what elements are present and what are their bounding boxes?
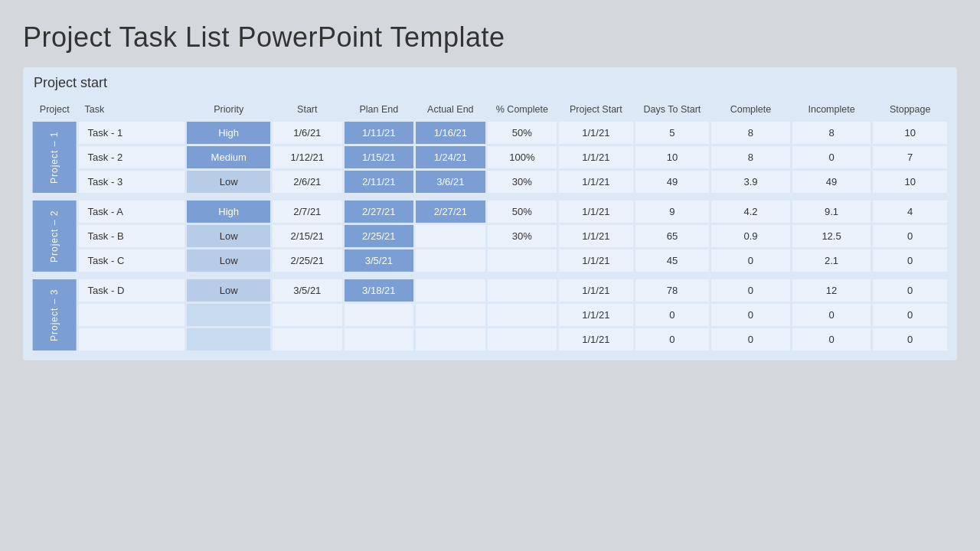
start-cell <box>273 328 342 350</box>
actual-end-cell <box>416 249 485 272</box>
stoppage-cell: 0 <box>873 249 947 272</box>
days-to-start-cell: 0 <box>635 304 710 326</box>
start-cell <box>273 304 342 326</box>
header-incomplete: Incomplete <box>792 99 871 119</box>
header-days-to-start: Days To Start <box>635 99 710 119</box>
complete-cell: 0 <box>711 304 790 326</box>
section-title: Project start <box>31 75 949 91</box>
incomplete-cell: 0 <box>792 328 871 350</box>
priority-cell: High <box>187 201 270 223</box>
header-project: Project <box>33 99 77 119</box>
project-start-cell: 1/1/21 <box>559 249 633 272</box>
plan-end-cell <box>345 328 414 350</box>
days-to-start-cell: 65 <box>635 225 710 247</box>
project-start-cell: 1/1/21 <box>559 122 633 144</box>
stoppage-cell: 7 <box>873 146 947 168</box>
days-to-start-cell: 9 <box>635 201 710 223</box>
header-project-start: Project Start <box>559 99 633 119</box>
project-name-cell: Project – 2 <box>33 201 77 272</box>
days-to-start-cell: 10 <box>635 146 710 168</box>
days-to-start-cell: 0 <box>635 328 710 350</box>
task-cell: Task - 1 <box>79 122 185 144</box>
priority-cell: Low <box>187 225 270 247</box>
pct-complete-cell: 30% <box>488 171 557 193</box>
stoppage-cell: 0 <box>873 304 947 326</box>
actual-end-cell <box>416 328 485 350</box>
priority-cell: High <box>187 122 270 144</box>
project-start-cell: 1/1/21 <box>559 225 633 247</box>
incomplete-cell: 12 <box>792 279 871 302</box>
actual-end-cell <box>416 304 485 326</box>
plan-end-cell: 3/18/21 <box>345 279 414 302</box>
days-to-start-cell: 5 <box>635 122 710 144</box>
page-title: Project Task List PowerPoint Template <box>23 21 957 54</box>
actual-end-cell: 1/24/21 <box>416 146 485 168</box>
complete-cell: 8 <box>711 146 790 168</box>
plan-end-cell: 1/15/21 <box>345 146 414 168</box>
start-cell: 2/25/21 <box>273 249 342 272</box>
incomplete-cell: 2.1 <box>792 249 871 272</box>
table-row: Project – 2Task - AHigh2/7/212/27/212/27… <box>33 201 947 223</box>
start-cell: 2/15/21 <box>273 225 342 247</box>
table-row: 1/1/210000 <box>33 328 947 350</box>
project-start-cell: 1/1/21 <box>559 279 633 302</box>
header-actual-end: Actual End <box>416 99 485 119</box>
header-complete: Complete <box>711 99 790 119</box>
table-row: Task - 3Low2/6/212/11/213/6/2130%1/1/214… <box>33 171 947 193</box>
project-start-cell: 1/1/21 <box>559 201 633 223</box>
stoppage-cell: 0 <box>873 225 947 247</box>
plan-end-cell: 3/5/21 <box>345 249 414 272</box>
actual-end-cell: 1/16/21 <box>416 122 485 144</box>
task-cell <box>79 304 185 326</box>
complete-cell: 0 <box>711 279 790 302</box>
table-container: Project start Project Task Priority Star… <box>23 67 957 360</box>
incomplete-cell: 49 <box>792 171 871 193</box>
project-name-cell: Project – 3 <box>33 279 77 350</box>
project-start-cell: 1/1/21 <box>559 146 633 168</box>
days-to-start-cell: 45 <box>635 249 710 272</box>
start-cell: 3/5/21 <box>273 279 342 302</box>
task-cell: Task - B <box>79 225 185 247</box>
pct-complete-cell <box>488 328 557 350</box>
pct-complete-cell: 50% <box>488 122 557 144</box>
complete-cell: 3.9 <box>711 171 790 193</box>
table-row: Task - BLow2/15/212/25/2130%1/1/21650.91… <box>33 225 947 247</box>
pct-complete-cell <box>488 279 557 302</box>
header-task: Task <box>79 99 185 119</box>
actual-end-cell <box>416 279 485 302</box>
project-start-cell: 1/1/21 <box>559 304 633 326</box>
task-cell: Task - C <box>79 249 185 272</box>
start-cell: 1/12/21 <box>273 146 342 168</box>
priority-cell: Low <box>187 279 270 302</box>
start-cell: 1/6/21 <box>273 122 342 144</box>
project-table: Project Task Priority Start Plan End Act… <box>31 97 949 353</box>
stoppage-cell: 0 <box>873 279 947 302</box>
table-row: Project – 3Task - DLow3/5/213/18/211/1/2… <box>33 279 947 302</box>
incomplete-cell: 9.1 <box>792 201 871 223</box>
priority-cell: Low <box>187 249 270 272</box>
pct-complete-cell: 30% <box>488 225 557 247</box>
stoppage-cell: 10 <box>873 122 947 144</box>
plan-end-cell <box>345 304 414 326</box>
task-cell <box>79 328 185 350</box>
task-cell: Task - 2 <box>79 146 185 168</box>
header-start: Start <box>273 99 342 119</box>
complete-cell: 0.9 <box>711 225 790 247</box>
header-plan-end: Plan End <box>345 99 414 119</box>
task-cell: Task - D <box>79 279 185 302</box>
incomplete-cell: 8 <box>792 122 871 144</box>
priority-cell <box>187 304 270 326</box>
plan-end-cell: 2/11/21 <box>345 171 414 193</box>
start-cell: 2/7/21 <box>273 201 342 223</box>
pct-complete-cell: 100% <box>488 146 557 168</box>
project-name-cell: Project – 1 <box>33 122 77 193</box>
plan-end-cell: 1/11/21 <box>345 122 414 144</box>
table-row: Project – 1Task - 1High1/6/211/11/211/16… <box>33 122 947 144</box>
table-row: Task - CLow2/25/213/5/211/1/214502.10 <box>33 249 947 272</box>
actual-end-cell: 3/6/21 <box>416 171 485 193</box>
plan-end-cell: 2/27/21 <box>345 201 414 223</box>
incomplete-cell: 0 <box>792 304 871 326</box>
priority-cell: Medium <box>187 146 270 168</box>
header-stoppage: Stoppage <box>873 99 947 119</box>
actual-end-cell <box>416 225 485 247</box>
